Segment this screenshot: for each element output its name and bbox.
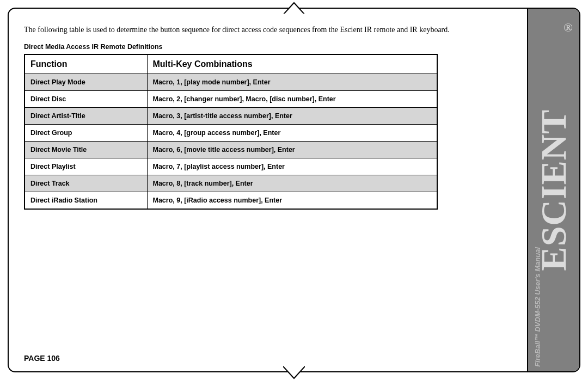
header-combo: Multi-Key Combinations	[147, 54, 437, 74]
table-row: Direct Play ModeMacro, 1, [play mode num…	[24, 73, 437, 90]
definitions-table: Function Multi-Key Combinations Direct P…	[24, 54, 438, 210]
brand-sidebar: ® ESCIENT FireBall™ DVDM-552 User's Manu…	[527, 9, 579, 371]
frame-notch-top	[283, 0, 305, 14]
table-row: Direct TrackMacro, 8, [track number], En…	[24, 175, 437, 192]
outer-frame: The following table is used to determine…	[8, 8, 580, 372]
cell-function: Direct Playlist	[24, 158, 147, 175]
svg-rect-0	[283, 14, 305, 15]
cell-function: Direct Play Mode	[24, 73, 147, 90]
cell-function: Direct iRadio Station	[24, 192, 147, 209]
table-row: Direct Movie TitleMacro, 6, [movie title…	[24, 141, 437, 158]
cell-combo: Macro, 6, [movie title access number], E…	[147, 141, 437, 158]
table-header-row: Function Multi-Key Combinations	[24, 54, 437, 74]
manual-title: FireBall™ DVDM-552 User's Manual	[534, 247, 542, 367]
cell-function: Direct Disc	[24, 90, 147, 107]
cell-function: Direct Track	[24, 175, 147, 192]
cell-function: Direct Artist-Title	[24, 107, 147, 124]
page-number: PAGE 106	[24, 354, 60, 363]
table-title: Direct Media Access IR Remote Definition…	[24, 43, 512, 51]
table-row: Direct Artist-TitleMacro, 3, [artist-tit…	[24, 107, 437, 124]
cell-combo: Macro, 2, [changer number], Macro, [disc…	[147, 90, 437, 107]
cell-combo: Macro, 3, [artist-title access number], …	[147, 107, 437, 124]
cell-function: Direct Group	[24, 124, 147, 141]
table-row: Direct iRadio StationMacro, 9, [iRadio a…	[24, 192, 437, 209]
cell-combo: Macro, 9, [iRadio access number], Enter	[147, 192, 437, 209]
cell-combo: Macro, 1, [play mode number], Enter	[147, 73, 437, 90]
cell-combo: Macro, 7, [playlist access number], Ente…	[147, 158, 437, 175]
intro-text: The following table is used to determine…	[24, 25, 512, 35]
cell-combo: Macro, 4, [group access number], Enter	[147, 124, 437, 141]
frame-notch-bottom	[283, 366, 305, 380]
content-area: The following table is used to determine…	[9, 9, 527, 371]
table-row: Direct DiscMacro, 2, [changer number], M…	[24, 90, 437, 107]
registered-trademark-icon: ®	[564, 21, 573, 35]
table-row: Direct GroupMacro, 4, [group access numb…	[24, 124, 437, 141]
header-function: Function	[24, 54, 147, 74]
cell-function: Direct Movie Title	[24, 141, 147, 158]
cell-combo: Macro, 8, [track number], Enter	[147, 175, 437, 192]
page-root: The following table is used to determine…	[0, 0, 588, 380]
table-row: Direct PlaylistMacro, 7, [playlist acces…	[24, 158, 437, 175]
